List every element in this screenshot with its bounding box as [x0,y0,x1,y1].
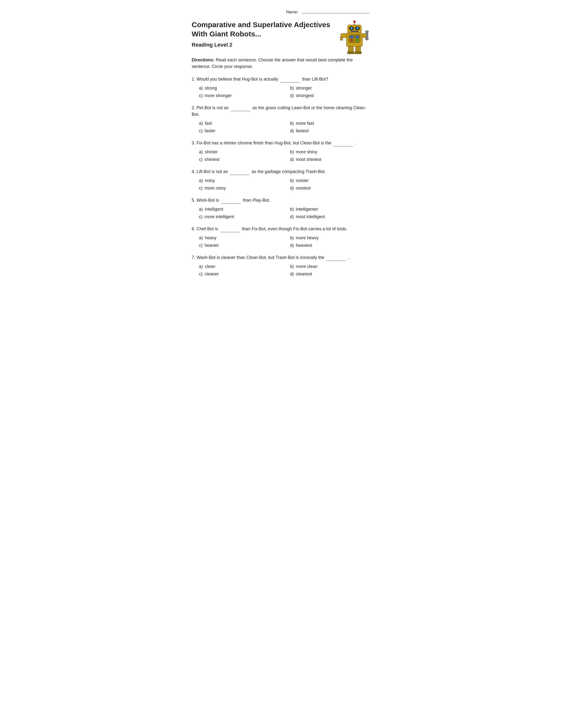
answer-text-6-1: heavy [205,235,216,240]
answers-grid-2: a)fastb)more fastc)fasterd)fastest [192,120,372,134]
title-block: Comparative and Superlative Adjectives W… [192,20,331,51]
answer-text-1-2: stronger [296,86,312,91]
answer-text-5-3: more intelligent [205,214,234,219]
answer-text-4-1: noisy [205,178,215,183]
answer-text-2-2: more fast [296,121,314,126]
answer-label-4-3: c) [199,186,203,190]
answer-label-5-3: c) [199,214,203,219]
name-underline[interactable] [302,13,370,13]
answer-label-7-2: b) [290,264,294,269]
blank-4 [230,168,249,175]
blank-3 [334,140,353,146]
answer-text-3-4: most shiniest [296,157,322,162]
question-number-2: 2. [192,105,197,110]
blank-7 [327,254,346,261]
answer-5-4: d)most intelligent [290,214,372,220]
svg-rect-21 [366,32,368,39]
svg-rect-3 [355,36,359,38]
answer-label-5-4: d) [290,214,294,219]
answer-3-1: a)shinier [199,149,280,155]
svg-point-23 [365,38,368,40]
answer-label-5-2: b) [290,207,294,212]
question-number-3: 3. [192,141,197,145]
answer-3-2: b)more shiny [290,149,372,155]
directions-text: Read each sentence. Choose the answer th… [192,58,353,69]
question-number-7: 7. [192,255,197,260]
answer-6-3: c)heavier [199,242,280,249]
answer-label-2-1: a) [199,121,203,126]
answer-label-7-1: a) [199,264,203,269]
answer-label-7-4: d) [290,272,294,276]
answer-7-2: b)more clean [290,263,372,270]
answer-label-6-3: c) [199,243,203,248]
robot-icon [339,20,370,54]
svg-rect-27 [355,52,361,54]
answer-5-3: c)more intelligent [199,214,280,220]
svg-rect-26 [348,52,354,54]
question-text-5: 5. Work-Bot is than Play-Bot. [192,197,372,204]
answer-label-1-3: c) [199,93,203,98]
answer-text-1-4: strongest [296,93,314,98]
answer-text-3-3: shiniest [205,157,219,162]
answer-label-3-3: c) [199,157,203,162]
answer-6-2: b)more heavy [290,235,372,241]
answer-1-3: c)more stronger [199,92,280,99]
answer-7-1: a)clean [199,263,280,270]
answer-text-2-4: fastest [296,128,309,133]
question-text-7: 7. Wash-Bot is cleaner than Clean-Bot, b… [192,254,372,261]
answer-label-4-4: d) [290,186,294,190]
answer-text-7-2: more clean [296,264,318,269]
answer-text-1-1: strong [205,86,217,91]
answers-grid-3: a)shinierb)more shinyc)shiniestd)most sh… [192,149,372,163]
answer-1-1: a)strong [199,85,280,91]
reading-level: Reading Level 2 [192,42,331,48]
answer-label-4-1: a) [199,178,203,183]
answer-label-3-2: b) [290,149,294,154]
answer-text-4-3: more noisy [205,186,226,190]
question-7: 7. Wash-Bot is cleaner than Clean-Bot, b… [192,254,372,277]
answers-grid-5: a)intelligentb)intelligenterc)more intel… [192,206,372,220]
answer-text-5-2: intelligenter [296,207,318,212]
svg-rect-18 [340,37,343,38]
answer-4-4: d)noisiest [290,185,372,191]
question-text-6: 6. Chef-Bot is than Fix-Bot, even though… [192,225,372,232]
svg-rect-2 [350,36,354,38]
question-text-3: 3. Fix-Bot has a shinier chrome finish t… [192,140,372,146]
answer-text-2-1: fast [205,121,212,126]
answer-label-1-2: b) [290,86,294,91]
answer-7-4: d)cleanest [290,271,372,277]
answer-text-2-3: faster [205,128,215,133]
question-number-5: 5. [192,198,197,203]
blank-5 [221,197,240,204]
answer-label-1-4: d) [290,93,294,98]
answer-label-7-3: c) [199,272,203,276]
svg-point-22 [365,31,368,33]
svg-rect-14 [352,33,357,33]
answer-1-4: d)strongest [290,92,372,99]
question-2: 2. Pet-Bot is not as as the grass cuttin… [192,104,372,134]
answer-label-2-4: d) [290,128,294,133]
answer-text-6-4: heaviest [296,243,312,248]
question-number-1: 1. [192,77,197,82]
svg-point-4 [350,39,353,41]
answer-text-6-2: more heavy [296,235,319,240]
answer-1-2: b)stronger [290,85,372,91]
answer-7-3: c)cleaner [199,271,280,277]
question-5: 5. Work-Bot is than Play-Bot.a)intellige… [192,197,372,220]
question-text-4: 4. Lift-Bot is not as as the garbage com… [192,168,372,175]
header-area: Comparative and Superlative Adjectives W… [192,20,372,54]
question-number-4: 4. [192,169,197,174]
answer-text-3-2: more shiny [296,149,317,154]
directions: Directions: Read each sentence. Choose t… [192,57,372,70]
svg-point-12 [357,27,358,28]
answers-grid-1: a)strongb)strongerc)more strongerd)stron… [192,85,372,99]
question-text-2: 2. Pet-Bot is not as as the grass cuttin… [192,104,372,118]
questions-container: 1. Would you believe that Hug-Bot is act… [192,76,372,277]
title-line1: Comparative and Superlative Adjectives [192,20,331,29]
answer-text-5-1: intelligent [205,207,223,212]
robot-image [338,20,372,54]
answer-label-2-2: b) [290,121,294,126]
answer-3-3: c)shiniest [199,156,280,163]
answer-2-4: d)fastest [290,128,372,134]
question-text-1: 1. Would you believe that Hug-Bot is act… [192,76,372,83]
